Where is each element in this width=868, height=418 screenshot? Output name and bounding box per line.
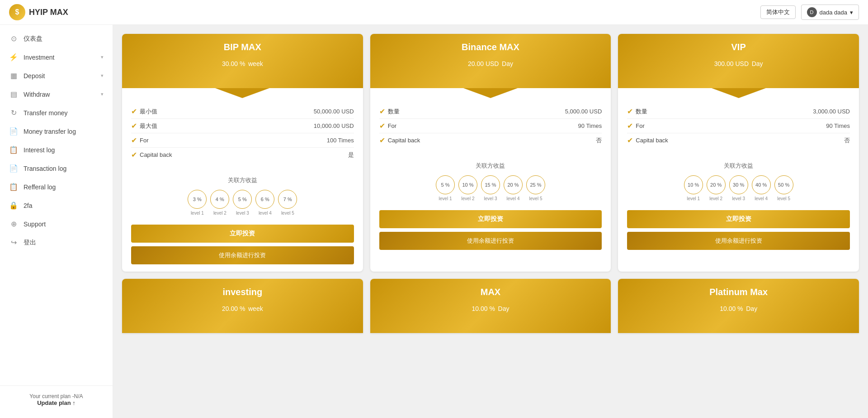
card-row: ✔Capital back 否	[379, 133, 602, 147]
card-row: ✔For 90 Times	[379, 119, 602, 133]
card-header-max: MAX 10.00 % Day	[370, 279, 611, 333]
level-circle: 5 %	[436, 175, 455, 194]
logout-icon: ↪	[9, 238, 18, 247]
sidebar-item-label: Refferal log	[24, 183, 56, 191]
row-value: 5,000.00 USD	[565, 108, 602, 115]
check-icon: ✔	[627, 107, 633, 116]
level-item: 40 % level 4	[752, 175, 771, 201]
card-row: ✔数量 5,000.00 USD	[379, 104, 602, 119]
card-header-binance-max: Binance MAX 20.00 USD Day	[370, 34, 611, 88]
sidebar-item-interest-log[interactable]: 📋 Interest log	[0, 141, 113, 159]
level-item: 15 % level 3	[481, 175, 500, 201]
logo: $ HYIP MAX	[9, 4, 68, 20]
card-rate: 10.00 % Day	[627, 301, 850, 323]
sidebar-item-transfer-money[interactable]: ↻ Transfer money	[0, 103, 113, 122]
sidebar-item-logout[interactable]: ↪ 登出	[0, 233, 113, 252]
card-rate: 20.00 % week	[131, 301, 354, 323]
sidebar-item-label: Withdraw	[24, 91, 50, 98]
user-menu-button[interactable]: D dada dada ▾	[801, 5, 859, 20]
sidebar-item-2fa[interactable]: 🔒 2fa	[0, 196, 113, 215]
update-plan-button[interactable]: Update plan ↑	[9, 399, 104, 406]
referral-title: 关联方收益	[131, 176, 354, 184]
level-item: 3 % level 1	[188, 190, 207, 216]
invest-now-button[interactable]: 立即投资	[131, 225, 354, 243]
level-item: 10 % level 1	[684, 175, 703, 201]
card-header-platinum-max: Platinum Max 10.00 % Day	[618, 279, 859, 333]
card-max: MAX 10.00 % Day	[370, 279, 611, 333]
chevron-down-icon: ▾	[101, 73, 104, 79]
deposit-icon: ▦	[9, 71, 18, 80]
card-platinum-max: Platinum Max 10.00 % Day	[618, 279, 859, 333]
sidebar-item-support[interactable]: ⊕ Support	[0, 215, 113, 233]
main-content: BIP MAX 30.00 % week ✔最小值 50,000.00 USD …	[113, 25, 868, 418]
check-icon: ✔	[131, 107, 137, 116]
card-title: BIP MAX	[131, 42, 354, 52]
sidebar-item-label: 登出	[24, 239, 36, 247]
chevron-down-icon: ▾	[101, 91, 104, 97]
invest-now-button[interactable]: 立即投资	[379, 210, 602, 228]
level-item: 7 % level 5	[278, 190, 297, 216]
sidebar-item-referral-log[interactable]: 📋 Refferal log	[0, 178, 113, 196]
card-body-bip-max: ✔最小值 50,000.00 USD ✔最大值 10,000.00 USD ✔F…	[122, 88, 363, 169]
card-row: ✔最小值 50,000.00 USD	[131, 104, 354, 119]
card-body-vip: ✔数量 3,000.00 USD ✔For 90 Times ✔Capital …	[618, 88, 859, 155]
row-value: 是	[348, 151, 354, 159]
sidebar-item-dashboard[interactable]: ⊙ 仪表盘	[0, 29, 113, 48]
level-circle: 6 %	[255, 190, 274, 209]
invest-now-button[interactable]: 立即投资	[627, 210, 850, 228]
logo-text: HYIP MAX	[29, 8, 68, 17]
invest-balance-button[interactable]: 使用余额进行投资	[379, 232, 602, 250]
level-circle: 50 %	[774, 175, 793, 194]
level-circle: 15 %	[481, 175, 500, 194]
level-circle: 7 %	[278, 190, 297, 209]
row-value: 否	[596, 136, 602, 145]
referral-section: 关联方收益 3 % level 1 4 % level 2 5 % level	[122, 169, 363, 219]
sidebar-item-label: 仪表盘	[24, 35, 42, 43]
sidebar-item-label: Money transfer log	[24, 128, 76, 135]
card-header-vip: VIP 300.00 USD Day	[618, 34, 859, 88]
header-right: 简体中文 D dada dada ▾	[760, 5, 859, 20]
withdraw-icon: ▤	[9, 90, 18, 99]
invest-balance-button[interactable]: 使用余额进行投资	[131, 246, 354, 264]
card-row: ✔最大值 10,000.00 USD	[131, 119, 354, 133]
card-actions: 立即投资 使用余额进行投资	[618, 205, 859, 257]
chevron-down-icon: ▾	[850, 9, 853, 16]
row-value: 否	[844, 136, 850, 145]
sidebar-item-transaction-log[interactable]: 📄 Transaction log	[0, 159, 113, 178]
sidebar-item-deposit[interactable]: ▦ Deposit ▾	[0, 66, 113, 85]
card-rate: 300.00 USD Day	[627, 56, 850, 78]
current-plan-text: Your current plan -N/A	[9, 393, 104, 399]
check-icon: ✔	[627, 136, 633, 145]
card-bip-max: BIP MAX 30.00 % week ✔最小值 50,000.00 USD …	[122, 34, 363, 272]
level-circle: 30 %	[729, 175, 748, 194]
card-binance-max: Binance MAX 20.00 USD Day ✔数量 5,000.00 U…	[370, 34, 611, 272]
level-circle: 20 %	[707, 175, 726, 194]
row-value: 50,000.00 USD	[314, 108, 354, 115]
sidebar-item-withdraw[interactable]: ▤ Withdraw ▾	[0, 85, 113, 103]
support-icon: ⊕	[9, 220, 18, 228]
level-circle: 40 %	[752, 175, 771, 194]
card-vip: VIP 300.00 USD Day ✔数量 3,000.00 USD ✔For…	[618, 34, 859, 272]
layout: ⊙ 仪表盘 ⚡ Investment ▾ ▦ Deposit ▾ ▤ Withd…	[0, 25, 868, 418]
sidebar-item-label: Support	[24, 221, 46, 228]
card-title: Platinum Max	[627, 287, 850, 297]
investment-icon: ⚡	[9, 53, 18, 61]
sidebar-item-money-transfer-log[interactable]: 📄 Money transfer log	[0, 122, 113, 141]
card-investing: investing 20.00 % week	[122, 279, 363, 333]
invest-balance-button[interactable]: 使用余额进行投资	[627, 232, 850, 250]
check-icon: ✔	[627, 122, 633, 130]
check-icon: ✔	[131, 136, 137, 145]
dashboard-icon: ⊙	[9, 34, 18, 43]
sidebar-item-investment[interactable]: ⚡ Investment ▾	[0, 48, 113, 66]
user-name: dada dada	[820, 9, 847, 16]
row-value: 90 Times	[826, 122, 850, 129]
referral-title: 关联方收益	[379, 162, 602, 170]
row-value: 10,000.00 USD	[314, 122, 354, 129]
language-button[interactable]: 简体中文	[760, 5, 796, 19]
level-circles: 3 % level 1 4 % level 2 5 % level 3 6	[131, 190, 354, 216]
card-row: ✔For 90 Times	[627, 119, 850, 133]
level-item: 5 % level 1	[436, 175, 455, 201]
level-circle: 4 %	[210, 190, 229, 209]
level-circle: 25 %	[526, 175, 545, 194]
avatar: D	[807, 7, 817, 17]
